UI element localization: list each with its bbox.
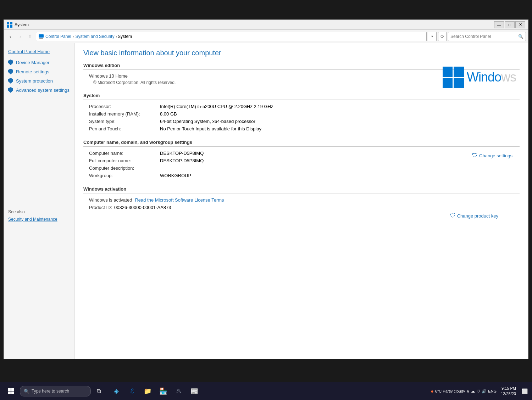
search-input[interactable] bbox=[450, 34, 517, 39]
full-name-value: DESKTOP-D5P8IMQ bbox=[160, 158, 459, 163]
taskbar-right: ● 6°C Partly cloudy ∧ ☁ 🛡 🔊 ENG 9:15 PM … bbox=[431, 386, 529, 397]
activation-status: Windows is activated bbox=[89, 197, 132, 203]
processor-row: Processor: Intel(R) Core(TM) i5-5200U CP… bbox=[83, 103, 520, 110]
activation-row: Windows is activated Read the Microsoft … bbox=[83, 196, 520, 204]
system-type-value: 64-bit Operating System, x64-based proce… bbox=[160, 119, 514, 124]
svg-rect-3 bbox=[10, 25, 12, 28]
system-type-label: System type: bbox=[89, 119, 160, 124]
back-button[interactable]: ‹ bbox=[6, 32, 15, 41]
change-settings-link[interactable]: Change settings bbox=[479, 153, 512, 158]
system-type-row: System type: 64-bit Operating System, x6… bbox=[83, 118, 520, 125]
minimize-button[interactable]: — bbox=[494, 21, 504, 28]
workgroup-value: WORKGROUP bbox=[160, 173, 459, 178]
shield-icon-protection bbox=[8, 78, 14, 84]
main-layout: Control Panel Home Device Manager Remote… bbox=[4, 43, 528, 359]
start-button[interactable] bbox=[3, 383, 19, 399]
speaker-icon[interactable]: 🔊 bbox=[482, 389, 487, 394]
taskbar-app-1[interactable]: ◈ bbox=[109, 384, 123, 398]
sidebar-item-device-manager[interactable]: Device Manager bbox=[4, 58, 74, 67]
ram-label: Installed memory (RAM): bbox=[89, 111, 160, 117]
breadcrumb-system-security[interactable]: System and Security bbox=[74, 34, 115, 39]
product-id-row: Product ID: 00326-30000-00001-AA873 bbox=[83, 204, 520, 211]
breadcrumb-bar: Control Panel › System and Security › Sy… bbox=[36, 32, 427, 41]
workgroup-row: Workgroup: WORKGROUP bbox=[83, 172, 465, 179]
breadcrumb-control-panel[interactable]: Control Panel bbox=[45, 34, 72, 39]
breadcrumb-dropdown[interactable]: ▾ bbox=[428, 32, 437, 41]
security-icon[interactable]: 🛡 bbox=[476, 389, 480, 393]
svg-rect-2 bbox=[7, 25, 9, 28]
search-icon: 🔍 bbox=[518, 34, 523, 39]
sidebar-label-device-manager: Device Manager bbox=[16, 60, 50, 65]
description-row: Computer description: bbox=[83, 164, 465, 172]
product-id-label: Product ID: bbox=[89, 205, 112, 210]
up-button[interactable]: ⇧ bbox=[26, 32, 34, 41]
maximize-button[interactable]: □ bbox=[505, 21, 515, 28]
system-tray: ● 6°C Partly cloudy ∧ ☁ 🛡 🔊 ENG bbox=[431, 388, 497, 394]
taskbar: 🔍 Type here to search ⧉ ◈ ℰ 📁 🏪 ♨ 📰 ● 6°… bbox=[0, 382, 532, 400]
language-label[interactable]: ENG bbox=[488, 389, 497, 393]
refresh-button[interactable]: ⟳ bbox=[438, 32, 447, 41]
notification-icon[interactable]: ● bbox=[431, 388, 433, 394]
windows-logo-area: Windows bbox=[443, 67, 520, 88]
description-value bbox=[160, 165, 459, 171]
app-1-icon: ◈ bbox=[114, 387, 119, 395]
edge-icon: ℰ bbox=[130, 387, 134, 395]
search-box[interactable]: 🔍 bbox=[448, 32, 526, 41]
content-area: Windows View basic information about you… bbox=[75, 43, 528, 359]
computer-settings-header: Computer name, domain, and workgroup set… bbox=[83, 140, 520, 147]
svg-rect-1 bbox=[10, 22, 12, 24]
clock[interactable]: 9:15 PM 12/25/20 bbox=[499, 386, 518, 397]
window-title: System bbox=[15, 22, 494, 27]
breadcrumb-system: System bbox=[118, 34, 132, 39]
change-product-link[interactable]: Change product key bbox=[457, 213, 498, 219]
change-settings-icon: 🛡 bbox=[472, 152, 478, 159]
pen-row: Pen and Touch: No Pen or Touch Input is … bbox=[83, 125, 520, 133]
full-name-row: Full computer name: DESKTOP-D5P8IMQ bbox=[83, 157, 465, 164]
windows-logo bbox=[443, 67, 464, 88]
sidebar-item-remote-settings[interactable]: Remote settings bbox=[4, 67, 74, 76]
notification-center-button[interactable]: ⬜ bbox=[520, 388, 529, 394]
window-controls: — □ ✕ bbox=[494, 21, 525, 28]
sidebar-label-system-protection: System protection bbox=[16, 78, 53, 84]
activation-header: Windows activation bbox=[83, 186, 520, 193]
computer-icon bbox=[38, 34, 44, 39]
ram-value: 8.00 GB bbox=[160, 111, 514, 117]
workgroup-label: Workgroup: bbox=[89, 173, 160, 178]
sidebar-item-system-protection[interactable]: System protection bbox=[4, 76, 74, 85]
sidebar-item-advanced-settings[interactable]: Advanced system settings bbox=[4, 85, 74, 95]
page-title: View basic information about your comput… bbox=[83, 49, 520, 57]
onedrive-icon[interactable]: ☁ bbox=[471, 389, 475, 394]
taskbar-explorer[interactable]: 📁 bbox=[140, 384, 155, 398]
pen-value: No Pen or Touch Input is available for t… bbox=[160, 126, 514, 131]
svg-rect-0 bbox=[7, 22, 9, 24]
svg-rect-4 bbox=[39, 34, 44, 38]
taskbar-store[interactable]: 🏪 bbox=[156, 384, 170, 398]
sidebar: Control Panel Home Device Manager Remote… bbox=[4, 43, 75, 359]
sidebar-home[interactable]: Control Panel Home bbox=[4, 47, 74, 58]
steam-icon: ♨ bbox=[176, 387, 182, 395]
task-view-button[interactable]: ⧉ bbox=[92, 384, 106, 398]
taskbar-apps: ◈ ℰ 📁 🏪 ♨ 📰 bbox=[109, 384, 201, 398]
close-button[interactable]: ✕ bbox=[515, 21, 525, 28]
taskbar-edge[interactable]: ℰ bbox=[125, 384, 139, 398]
computer-name-value: DESKTOP-D5P8IMQ bbox=[160, 151, 459, 156]
date-display: 12/25/20 bbox=[501, 391, 516, 396]
pen-label: Pen and Touch: bbox=[89, 126, 160, 131]
taskbar-steam[interactable]: ♨ bbox=[172, 384, 186, 398]
activation-link[interactable]: Read the Microsoft Software License Term… bbox=[135, 197, 224, 203]
taskbar-app-news[interactable]: 📰 bbox=[187, 384, 201, 398]
store-icon: 🏪 bbox=[159, 387, 167, 395]
taskbar-search-icon: 🔍 bbox=[24, 389, 29, 394]
taskbar-search-text: Type here to search bbox=[32, 389, 69, 394]
title-bar: System — □ ✕ bbox=[4, 20, 528, 30]
see-also-header: See also bbox=[4, 208, 74, 216]
forward-button[interactable]: › bbox=[16, 32, 24, 41]
change-product-icon: 🛡 bbox=[450, 213, 456, 219]
address-bar: ‹ › ⇧ Control Panel › System and Securit… bbox=[4, 30, 528, 43]
windows-brand-text: Windows bbox=[467, 70, 516, 85]
taskbar-search[interactable]: 🔍 Type here to search bbox=[20, 386, 91, 396]
chevron-up-icon[interactable]: ∧ bbox=[466, 389, 470, 394]
security-maintenance-link[interactable]: Security and Maintenance bbox=[4, 216, 74, 223]
start-icon bbox=[8, 388, 14, 394]
shield-icon-device bbox=[8, 60, 14, 65]
